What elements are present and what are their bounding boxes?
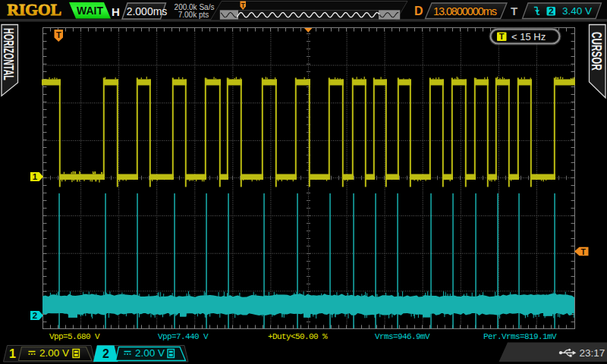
svg-text:2: 2 — [33, 311, 37, 320]
svg-text:D: D — [414, 5, 423, 17]
svg-text:1: 1 — [33, 172, 38, 181]
svg-text:2: 2 — [549, 6, 554, 17]
svg-text:< 15 Hz: < 15 Hz — [511, 31, 546, 42]
svg-text:H: H — [112, 5, 120, 18]
svg-text:Vrms=946.9mV: Vrms=946.9mV — [375, 332, 430, 341]
svg-text:2.00 V: 2.00 V — [39, 347, 69, 359]
svg-text:T: T — [56, 30, 61, 39]
svg-text:1: 1 — [9, 347, 16, 360]
svg-text:T: T — [511, 5, 517, 17]
svg-text:HORIZONTAL: HORIZONTAL — [1, 28, 17, 80]
svg-text:2.000ms: 2.000ms — [127, 5, 168, 17]
svg-text:WAIT: WAIT — [77, 5, 103, 17]
svg-text:23:17: 23:17 — [580, 347, 605, 359]
svg-text:RIGOL: RIGOL — [8, 1, 62, 19]
svg-text:Per.Vrms=819.1mV: Per.Vrms=819.1mV — [483, 332, 557, 341]
svg-text:+Duty<50.00 %: +Duty<50.00 % — [268, 332, 328, 341]
svg-text:Vpp=5.680 V: Vpp=5.680 V — [49, 332, 100, 341]
svg-text:13.0800000ms: 13.0800000ms — [433, 5, 497, 17]
svg-text:2: 2 — [102, 347, 109, 360]
svg-text:7.00k pts: 7.00k pts — [178, 11, 209, 19]
svg-text:Vpp=7.440 V: Vpp=7.440 V — [158, 332, 209, 341]
svg-text:T: T — [581, 247, 587, 256]
svg-text:T: T — [499, 32, 505, 41]
svg-text:3.40 V: 3.40 V — [562, 5, 592, 17]
svg-text:2.00 V: 2.00 V — [135, 347, 165, 359]
svg-text:CURSOR: CURSOR — [589, 32, 604, 71]
svg-text:T: T — [241, 2, 246, 9]
